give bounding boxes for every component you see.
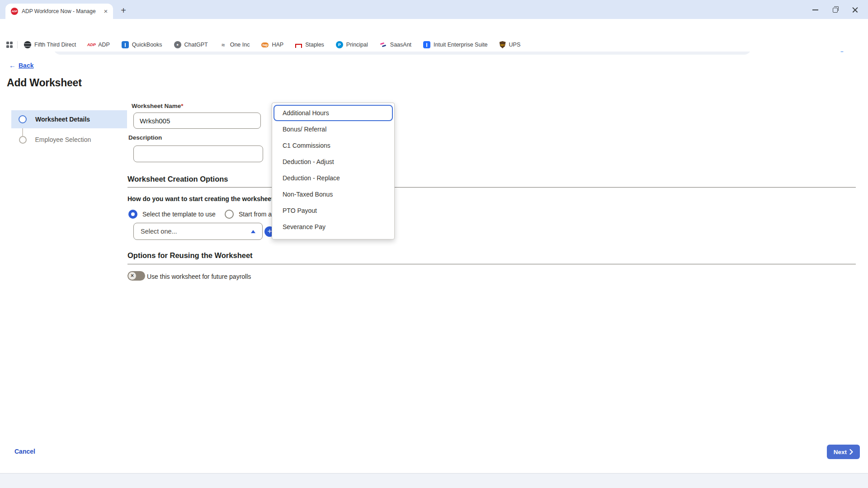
browser-toolbar: workforcenow.adp.com/theme/admin.html#/P… [0, 19, 868, 38]
back-link[interactable]: ← Back [9, 61, 33, 69]
staples-icon [295, 44, 302, 48]
dropdown-option[interactable]: Additional Hours [274, 105, 393, 121]
browser-tab-strip: ADP Workforce Now - Manage [0, 0, 868, 19]
page-title: Add Worksheet [7, 77, 82, 89]
next-button[interactable]: Next [827, 445, 860, 459]
worksheet-name-input[interactable] [133, 113, 261, 129]
dropdown-option[interactable]: Bonus/ Referral [272, 121, 394, 137]
caret-up-icon [251, 230, 255, 233]
intuit-icon [423, 41, 430, 48]
dropdown-option[interactable]: Non-Taxed Bonus [272, 186, 394, 202]
step-circle-inactive-icon [19, 136, 27, 144]
bookmark-quickbooks[interactable]: QuickBooks [122, 41, 162, 48]
bookmark-intuit-enterprise-suite[interactable]: Intuit Enterprise Suite [423, 41, 488, 48]
bookmark-principal[interactable]: Principal [336, 41, 368, 48]
one-inc-icon [220, 41, 227, 48]
principal-icon [336, 41, 343, 48]
saasant-icon [380, 41, 387, 48]
chatgpt-icon [174, 41, 181, 48]
template-dropdown-list: Additional Hours Bonus/ Referral C1 Comm… [272, 103, 395, 239]
quickbooks-icon [122, 41, 129, 48]
section-divider [127, 264, 856, 264]
window-minimize-button[interactable] [806, 0, 826, 19]
radio-start-blank[interactable]: Start from a [225, 210, 272, 219]
toggle-knob-x-icon [128, 272, 136, 280]
apps-grid-icon[interactable] [6, 42, 13, 48]
chevron-right-icon [849, 449, 853, 455]
window-close-button[interactable] [845, 0, 865, 19]
bookmarks-divider [17, 41, 18, 48]
dropdown-option[interactable]: C1 Commissions [272, 137, 394, 154]
dropdown-option[interactable]: PTO Payout [272, 202, 394, 219]
worksheet-name-label: Worksheet Name* [132, 103, 184, 109]
bookmark-staples[interactable]: Staples [295, 42, 324, 48]
window-controls [806, 0, 865, 19]
reuse-toggle-off[interactable] [127, 271, 145, 281]
creation-options-heading: Worksheet Creation Options [127, 175, 228, 183]
stepper-item-worksheet-details[interactable]: Worksheet Details [11, 110, 127, 128]
ups-icon [500, 41, 506, 48]
bookmark-chatgpt[interactable]: ChatGPT [174, 41, 208, 48]
tab-title: ADP Workforce Now - Manage [22, 8, 99, 14]
bookmarks-bar: Fifth Third Direct ADP QuickBooks ChatGP… [0, 38, 868, 52]
bookmark-one-inc[interactable]: One Inc [220, 41, 250, 48]
browser-tab[interactable]: ADP Workforce Now - Manage [5, 4, 113, 19]
bookmark-ups[interactable]: UPS [500, 41, 521, 48]
bookmark-saasant[interactable]: SaasAnt [380, 41, 411, 48]
dropdown-option[interactable]: Severance Pay [272, 219, 394, 235]
radio-selected-icon[interactable] [128, 210, 137, 219]
dropdown-option[interactable]: Deduction - Adjust [272, 154, 394, 170]
new-tab-button[interactable] [118, 5, 129, 17]
adp-icon [88, 41, 95, 48]
creation-question: How do you want to start creating the wo… [127, 195, 277, 202]
radio-select-template[interactable]: Select the template to use [128, 210, 216, 219]
bookmark-adp[interactable]: ADP [88, 41, 110, 48]
reuse-options-heading: Options for Reusing the Worksheet [127, 251, 253, 260]
cancel-link[interactable]: Cancel [14, 448, 35, 455]
description-label: Description [128, 134, 162, 141]
globe-icon [24, 41, 31, 48]
step-circle-active-icon [19, 115, 27, 123]
adp-favicon [11, 8, 18, 15]
description-input[interactable] [133, 145, 263, 162]
back-arrow-icon: ← [9, 61, 16, 69]
taskbar: 1 36°F Partly sunny Search [0, 473, 868, 488]
tab-close-icon[interactable] [102, 8, 109, 15]
section-divider [127, 187, 856, 188]
hap-icon [261, 42, 269, 47]
screen: ADP Workforce Now - Manage workforcenow.… [0, 0, 868, 488]
stepper-item-employee-selection[interactable]: Employee Selection [11, 132, 127, 147]
dropdown-option[interactable]: Deduction - Replace [272, 170, 394, 186]
radio-unselected-icon[interactable] [225, 210, 234, 219]
required-asterisk: * [181, 103, 183, 109]
reuse-toggle-label: Use this worksheet for future payrolls [147, 273, 251, 280]
bookmark-fifth-third-direct[interactable]: Fifth Third Direct [24, 41, 76, 48]
window-restore-button[interactable] [826, 0, 845, 19]
template-select[interactable]: Select one... [133, 223, 263, 240]
bookmark-hap[interactable]: HAP [261, 42, 283, 48]
